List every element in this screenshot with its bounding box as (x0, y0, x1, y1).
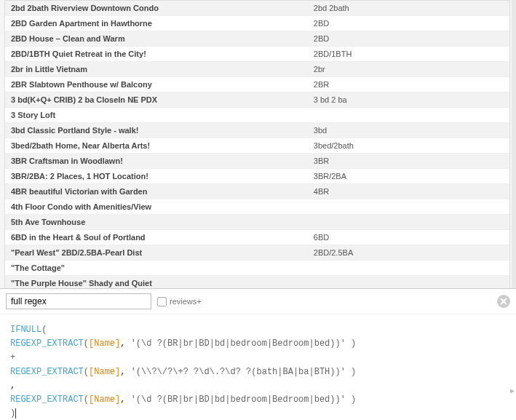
code-field: [Name] (89, 338, 120, 349)
name-cell: "The Cottage" (5, 261, 308, 276)
code-function: REGEXP_EXTRACT (10, 338, 84, 349)
name-cell: 5th Ave Townhouse (5, 215, 308, 230)
table-row[interactable]: 2br in Little Vietnam2br (5, 62, 509, 77)
table-row[interactable]: 3bed/2bath Home, Near Alberta Arts!3bed/… (5, 138, 509, 154)
name-cell: 2BD House – Clean and Warm (5, 31, 308, 47)
extract-cell: 2br (308, 62, 509, 77)
name-cell: 2bd 2bath Riverview Downtown Condo (5, 1, 308, 16)
table-row[interactable]: "Pearl West" 2BD/2.5BA-Pearl Dist2BD/2.5… (5, 245, 509, 261)
name-cell: 2BD Garden Apartment in Hawthorne (5, 16, 308, 31)
table-row[interactable]: 3 Story Loft (5, 108, 509, 123)
table-row[interactable]: 2BD/1BTH Quiet Retreat in the City!2BD/1… (5, 47, 509, 62)
extract-cell (308, 261, 509, 276)
table-row[interactable]: 3 bd(K+Q+ CRIB) 2 ba CloseIn NE PDX3 bd … (5, 92, 509, 108)
table-row[interactable]: 3BR Craftsman in Woodlawn!3BR (5, 154, 509, 169)
table-row[interactable]: 3BR/2BA: 2 Places, 1 HOT Location!3BR/2B… (5, 169, 509, 184)
code-field: [Name] (89, 395, 120, 405)
formula-editor-panel: reviews+ IFNULL( REGEXP_EXTRACT([Name], … (0, 288, 516, 420)
name-cell: 2br in Little Vietnam (5, 62, 308, 77)
name-cell: 3 Story Loft (5, 108, 308, 123)
code-string: '(\d ?(BR|br|BD|bd|bedroom|Bedroom|bed))… (131, 395, 346, 405)
field-name-input[interactable] (6, 293, 151, 309)
checkbox-wrap[interactable]: reviews+ (157, 297, 202, 306)
formula-code-area[interactable]: IFNULL( REGEXP_EXTRACT([Name], '(\d ?(BR… (0, 314, 516, 420)
code-function: REGEXP_EXTRACT (10, 395, 84, 405)
extract-cell: 6BD (308, 230, 509, 245)
table-row[interactable]: 6BD in the Heart & Soul of Portland6BD (5, 230, 509, 245)
name-cell: 2BR Slabtown Penthouse w/ Balcony (5, 77, 308, 92)
results-table: 2bd 2bath Riverview Downtown Condo2bd 2b… (5, 1, 509, 291)
editor-toolbar: reviews+ (0, 289, 516, 314)
extract-cell (308, 108, 509, 123)
name-cell: 2BD/1BTH Quiet Retreat in the City! (5, 47, 308, 62)
extract-cell: 2bd 2bath (308, 1, 509, 16)
name-cell: "Pearl West" 2BD/2.5BA-Pearl Dist (5, 245, 308, 261)
extract-cell (308, 215, 509, 230)
table-row[interactable]: 4th Floor Condo with Amenities/View (5, 199, 509, 215)
close-icon (500, 298, 507, 305)
extract-cell: 3bd (308, 123, 509, 138)
checkbox-icon[interactable] (157, 297, 167, 306)
extract-cell: 2BD (308, 16, 509, 31)
code-string: '(\d ?(BR|br|BD|bd|bedroom|Bedroom|bed))… (131, 338, 346, 349)
extract-cell (308, 199, 509, 215)
name-cell: 3bed/2bath Home, Near Alberta Arts! (5, 138, 308, 154)
chevron-right-icon[interactable]: ▶ (510, 386, 515, 397)
table-row[interactable]: 2BD House – Clean and Warm2BD (5, 31, 509, 47)
extract-cell: 3BR (308, 154, 509, 169)
name-cell: 3BR/2BA: 2 Places, 1 HOT Location! (5, 169, 308, 184)
checkbox-label: reviews+ (170, 297, 202, 306)
extract-cell: 2BD/2.5BA (308, 245, 509, 261)
extract-cell: 3 bd 2 ba (308, 92, 509, 108)
extract-cell: 2BD/1BTH (308, 47, 509, 62)
name-cell: 3 bd(K+Q+ CRIB) 2 ba CloseIn NE PDX (5, 92, 308, 108)
name-cell: 4BR beautiful Victorian with Garden (5, 184, 308, 199)
table-row[interactable]: 5th Ave Townhouse (5, 215, 509, 230)
extract-cell: 3bed/2bath (308, 138, 509, 154)
table-row[interactable]: 4BR beautiful Victorian with Garden4BR (5, 184, 509, 199)
table-row[interactable]: 2BR Slabtown Penthouse w/ Balcony2BR (5, 77, 509, 92)
vertical-scrollbar[interactable] (512, 0, 516, 288)
close-button[interactable] (497, 295, 510, 308)
code-string: '(\\?\/?\+? ?\d\.?\d? ?(bath|BA|ba|BTH))… (131, 367, 346, 377)
extract-cell: 4BR (308, 184, 509, 199)
code-function: REGEXP_EXTRACT (10, 367, 84, 377)
table-row[interactable]: 3bd Classic Portland Style - walk!3bd (5, 123, 509, 138)
name-cell: 3bd Classic Portland Style - walk! (5, 123, 308, 138)
name-cell: 4th Floor Condo with Amenities/View (5, 199, 308, 215)
results-panel: 2bd 2bath Riverview Downtown Condo2bd 2b… (4, 0, 510, 292)
code-keyword: IFNULL (10, 325, 41, 335)
table-row[interactable]: "The Cottage" (5, 261, 509, 276)
table-row[interactable]: 2bd 2bath Riverview Downtown Condo2bd 2b… (5, 1, 509, 16)
name-cell: 3BR Craftsman in Woodlawn! (5, 154, 308, 169)
name-cell: 6BD in the Heart & Soul of Portland (5, 230, 308, 245)
text-cursor (15, 408, 16, 419)
extract-cell: 3BR/2BA (308, 169, 509, 184)
extract-cell: 2BD (308, 31, 509, 47)
code-field: [Name] (89, 367, 120, 377)
table-row[interactable]: 2BD Garden Apartment in Hawthorne2BD (5, 16, 509, 31)
extract-cell: 2BR (308, 77, 509, 92)
